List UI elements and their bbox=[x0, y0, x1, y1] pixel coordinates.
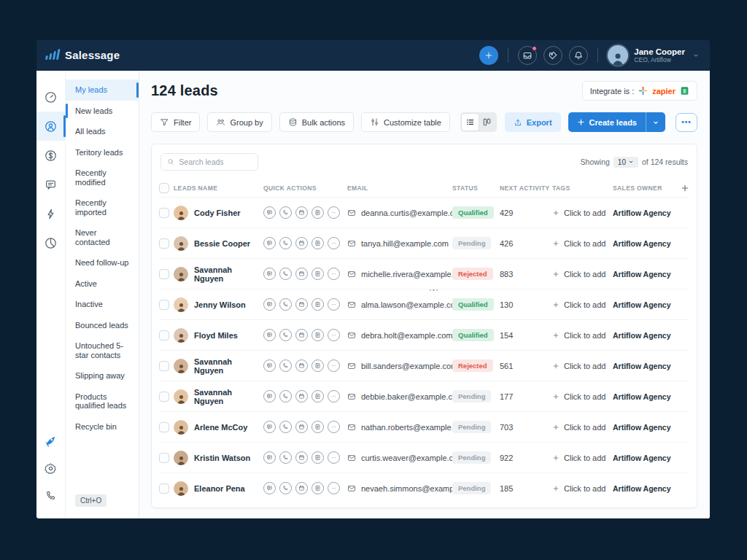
sidebar-item[interactable]: Never contacted bbox=[66, 222, 139, 252]
sidebar-icon-boost[interactable] bbox=[36, 427, 66, 454]
sidebar-item[interactable]: Active bbox=[66, 273, 139, 295]
chat-action-button[interactable] bbox=[263, 359, 276, 372]
sidebar-icon-settings[interactable] bbox=[36, 454, 66, 482]
row-checkbox[interactable] bbox=[159, 361, 169, 371]
page-size-select[interactable]: 10 bbox=[614, 157, 638, 168]
more-action-button[interactable] bbox=[328, 359, 340, 372]
sidebar-item[interactable]: Recently modified bbox=[66, 163, 139, 192]
notes-action-button[interactable] bbox=[311, 390, 324, 402]
add-tag-button[interactable]: Click to add bbox=[552, 300, 613, 309]
more-action-button[interactable] bbox=[328, 390, 340, 402]
kanban-view-button[interactable] bbox=[479, 114, 495, 131]
sidebar-item[interactable]: Need follow-up bbox=[66, 252, 139, 273]
notifications-button[interactable] bbox=[569, 46, 588, 65]
row-checkbox[interactable] bbox=[159, 238, 169, 249]
integrate-pill[interactable]: Integrate is : zapier bbox=[582, 81, 697, 101]
chat-action-button[interactable] bbox=[263, 451, 276, 464]
sidebar-item[interactable]: My leads bbox=[66, 79, 139, 101]
row-checkbox[interactable] bbox=[159, 453, 169, 463]
inbox-button[interactable] bbox=[518, 46, 537, 65]
more-action-button[interactable] bbox=[328, 421, 340, 433]
calendar-action-button[interactable] bbox=[295, 421, 308, 433]
search-box[interactable] bbox=[160, 153, 258, 171]
chat-action-button[interactable] bbox=[263, 237, 276, 249]
calendar-action-button[interactable] bbox=[295, 268, 308, 280]
sidebar-icon-dashboard[interactable] bbox=[36, 82, 66, 112]
phone-action-button[interactable] bbox=[279, 421, 292, 433]
calendar-action-button[interactable] bbox=[295, 451, 308, 464]
add-tag-button[interactable]: Click to add bbox=[552, 362, 613, 370]
phone-action-button[interactable] bbox=[279, 237, 292, 249]
create-leads-caret[interactable] bbox=[646, 112, 665, 132]
sidebar-icon-activity[interactable] bbox=[36, 199, 66, 228]
sidebar-icon-chat[interactable] bbox=[36, 170, 66, 199]
calendar-action-button[interactable] bbox=[295, 359, 308, 372]
calendar-action-button[interactable] bbox=[295, 482, 308, 494]
notes-action-button[interactable] bbox=[311, 451, 324, 464]
more-action-button[interactable] bbox=[328, 237, 340, 249]
group-by-button[interactable]: Group by bbox=[207, 112, 271, 132]
sidebar-icon-reports[interactable] bbox=[36, 228, 66, 257]
filter-button[interactable]: Filter bbox=[151, 112, 200, 132]
notes-action-button[interactable] bbox=[311, 421, 324, 433]
notes-action-button[interactable] bbox=[311, 298, 324, 311]
row-checkbox[interactable] bbox=[159, 300, 169, 310]
sidebar-item[interactable]: Teritory leads bbox=[66, 142, 139, 163]
export-button[interactable]: Export bbox=[505, 112, 561, 132]
phone-action-button[interactable] bbox=[279, 482, 292, 494]
more-action-button[interactable] bbox=[328, 482, 340, 494]
sidebar-item[interactable]: Bounced leads bbox=[66, 315, 139, 336]
notes-action-button[interactable] bbox=[311, 268, 324, 280]
notes-action-button[interactable] bbox=[311, 329, 324, 341]
add-tag-button[interactable]: Click to add bbox=[552, 454, 613, 462]
row-checkbox[interactable] bbox=[159, 392, 169, 402]
sidebar-icon-calls[interactable] bbox=[36, 482, 66, 510]
sidebar-item[interactable]: Inactive bbox=[66, 294, 139, 315]
notes-action-button[interactable] bbox=[311, 359, 324, 372]
customize-table-button[interactable]: Customize table bbox=[361, 112, 450, 132]
sidebar-icon-leads[interactable] bbox=[36, 112, 66, 141]
phone-action-button[interactable] bbox=[279, 268, 292, 280]
sidebar-item[interactable]: Recycle bin bbox=[66, 416, 139, 438]
list-view-button[interactable] bbox=[462, 114, 479, 131]
phone-action-button[interactable] bbox=[279, 390, 292, 402]
row-checkbox[interactable] bbox=[159, 269, 169, 279]
sidebar-item[interactable]: Untouched 5-star contacts bbox=[66, 335, 139, 365]
more-action-button[interactable] bbox=[328, 298, 340, 311]
bulk-actions-button[interactable]: Bulk actions bbox=[279, 112, 354, 132]
chat-action-button[interactable] bbox=[263, 329, 276, 341]
chat-action-button[interactable] bbox=[263, 268, 276, 280]
notes-action-button[interactable] bbox=[311, 482, 324, 494]
chat-action-button[interactable] bbox=[263, 298, 276, 311]
chat-action-button[interactable] bbox=[263, 482, 276, 494]
more-action-button[interactable] bbox=[328, 206, 340, 219]
row-checkbox[interactable] bbox=[159, 422, 169, 432]
chat-action-button[interactable] bbox=[263, 206, 276, 219]
add-tag-button[interactable]: Click to add bbox=[552, 423, 613, 432]
select-all-checkbox[interactable] bbox=[159, 183, 169, 193]
more-actions-button[interactable]: ••• bbox=[676, 113, 697, 132]
add-tag-button[interactable]: Click to add bbox=[552, 239, 613, 248]
quick-add-button[interactable] bbox=[479, 46, 498, 65]
user-profile[interactable]: Jane Cooper CEO, Artiflow bbox=[608, 45, 700, 66]
phone-action-button[interactable] bbox=[279, 206, 292, 219]
phone-action-button[interactable] bbox=[279, 298, 292, 311]
more-action-button[interactable] bbox=[328, 329, 340, 341]
sidebar-item[interactable]: New leads bbox=[66, 101, 139, 122]
phone-action-button[interactable] bbox=[279, 329, 292, 341]
add-tag-button[interactable]: Click to add bbox=[552, 209, 613, 217]
create-leads-button[interactable]: Create leads bbox=[568, 112, 665, 132]
add-tag-button[interactable]: Click to add bbox=[552, 484, 613, 493]
chat-action-button[interactable] bbox=[263, 390, 276, 402]
calendar-action-button[interactable] bbox=[295, 206, 308, 219]
promotions-button[interactable] bbox=[543, 46, 562, 65]
sidebar-icon-deals[interactable] bbox=[36, 141, 66, 170]
calendar-action-button[interactable] bbox=[295, 298, 308, 311]
row-checkbox[interactable] bbox=[159, 208, 169, 218]
add-column-button[interactable] bbox=[681, 184, 689, 192]
row-checkbox[interactable] bbox=[159, 330, 169, 341]
chat-action-button[interactable] bbox=[263, 421, 276, 433]
add-tag-button[interactable]: Click to add bbox=[552, 270, 613, 279]
sidebar-item[interactable]: Slipping away bbox=[66, 365, 139, 386]
notes-action-button[interactable] bbox=[311, 237, 324, 249]
